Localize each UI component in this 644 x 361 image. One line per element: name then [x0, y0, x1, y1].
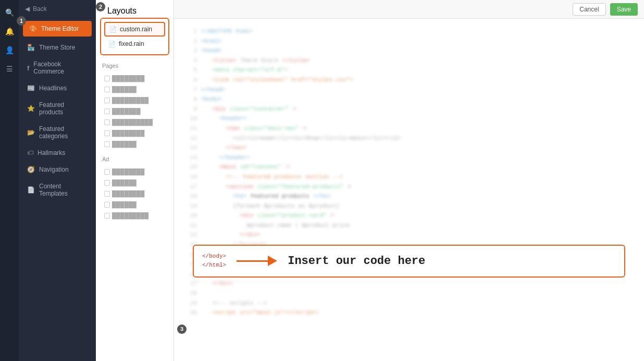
layout-item-label: custom.rain [120, 26, 152, 33]
code-line-body: </body> [202, 252, 226, 261]
sidebar-item-label: Facebook Commerce [33, 61, 88, 75]
back-label: Back [33, 5, 47, 13]
layout-item-fixed-rain[interactable]: 📄 fixed.rain [104, 38, 165, 50]
sidebar-item-headlines[interactable]: 📰 Headlines [21, 80, 94, 96]
content-templates-icon: 📄 [27, 186, 35, 194]
theme-editor-icon: 🎨 [29, 25, 37, 32]
step-3-badge: 3 [177, 324, 187, 334]
annotation-box: </body> </html> Insert our code here [193, 245, 625, 278]
page-checkbox[interactable] [104, 87, 110, 92]
user-icon[interactable]: 👤 [1, 42, 18, 58]
back-arrow-icon: ◀ [25, 5, 30, 13]
sidebar-item-label: Hallmarks [38, 149, 65, 157]
page-item[interactable]: ██████ [100, 139, 169, 149]
code-toolbar: Cancel Save [174, 0, 644, 19]
layout-item-custom-rain[interactable]: 📄 custom.rain [104, 22, 165, 37]
ad-checkbox[interactable] [104, 169, 110, 175]
cancel-button[interactable]: Cancel [573, 3, 605, 16]
ad-checkbox[interactable] [104, 180, 110, 186]
ad-section-title: Ad [100, 156, 169, 162]
ad-item[interactable]: ████████ [100, 188, 169, 199]
ad-item[interactable]: ██████ [100, 199, 169, 210]
sidebar-item-label: Theme Editor [41, 25, 79, 32]
page-checkbox[interactable] [104, 130, 110, 136]
bell-icon[interactable]: 🔔 [1, 23, 18, 40]
layouts-panel-title: Layouts [100, 6, 169, 16]
page-item[interactable]: █████████ [100, 95, 169, 105]
page-item[interactable]: ████████ [100, 73, 169, 83]
step-2-badge: 2 [96, 2, 105, 11]
layout-item-label: fixed.rain [119, 40, 144, 47]
navigation-icon: 🧭 [27, 166, 35, 173]
step-1-badge: 1 [17, 16, 26, 26]
save-button[interactable]: Save [610, 3, 638, 16]
code-content: 1<!DOCTYPE html> 2<html> 3<head> 4 <titl… [174, 19, 644, 361]
sidebar-item-label: Content Templates [39, 183, 88, 197]
code-editor[interactable]: 1<!DOCTYPE html> 2<html> 3<head> 4 <titl… [174, 19, 644, 361]
annotation-arrow [237, 256, 277, 266]
sidebar-item-label: Navigation [39, 166, 69, 173]
sidebar-item-label: Theme Store [39, 44, 75, 51]
featured-products-icon: ⭐ [27, 105, 35, 112]
annotation-text: Insert our code here [288, 255, 425, 268]
nav-sidebar: ◀ Back 1 🎨 Theme Editor 🏪 Theme Store f … [19, 0, 96, 361]
file-icon-custom: 📄 [109, 26, 117, 33]
layouts-list: 📄 custom.rain 📄 fixed.rain [100, 18, 169, 55]
arrow-line [237, 260, 268, 262]
arrow-head [268, 256, 277, 266]
featured-categories-icon: 📂 [27, 129, 35, 136]
sidebar-item-facebook-commerce[interactable]: f Facebook Commerce [21, 56, 94, 79]
page-item[interactable]: ██████████ [100, 117, 169, 127]
facebook-icon: f [27, 64, 29, 72]
sidebar-item-theme-store[interactable]: 🏪 Theme Store [21, 40, 94, 55]
ad-items-list: ████████ ██████ ████████ ██████ ████████… [100, 166, 169, 221]
ad-item[interactable]: ██████ [100, 177, 169, 188]
sidebar-item-label: Featured products [39, 101, 88, 116]
ad-checkbox[interactable] [104, 213, 110, 219]
sidebar-item-label: Featured categories [39, 125, 88, 140]
page-checkbox[interactable] [104, 109, 110, 114]
page-checkbox[interactable] [104, 119, 110, 125]
sidebar-item-hallmarks[interactable]: 🏷 Hallmarks [21, 145, 94, 161]
ad-checkbox[interactable] [104, 202, 110, 208]
ad-item[interactable]: ████████ [100, 166, 169, 177]
layouts-panel: 2 Layouts 📄 custom.rain 📄 fixed.rain Pag… [96, 0, 174, 361]
page-item[interactable]: ███████ [100, 106, 169, 116]
file-icon-fixed: 📄 [108, 41, 116, 47]
sidebar-item-navigation[interactable]: 🧭 Navigation [21, 162, 94, 177]
sidebar-item-theme-editor[interactable]: 🎨 Theme Editor [23, 21, 92, 37]
annotation-code-block: </body> </html> [202, 252, 226, 270]
theme-store-icon: 🏪 [27, 44, 35, 51]
pages-section-title: Pages [100, 63, 169, 69]
ad-checkbox[interactable] [104, 191, 110, 197]
sidebar-item-label: Headlines [39, 85, 67, 92]
search-icon[interactable]: 🔍 [1, 4, 18, 21]
sidebar-item-content-templates[interactable]: 📄 Content Templates [21, 178, 94, 201]
sidebar-item-featured-categories[interactable]: 📂 Featured categories [21, 121, 94, 144]
pages-list: ████████ ██████ █████████ ███████ ██████… [100, 73, 169, 150]
hallmarks-icon: 🏷 [27, 149, 33, 157]
page-item[interactable]: ████████ [100, 128, 169, 138]
code-line-html: </html> [202, 261, 226, 270]
menu-icon[interactable]: ☰ [1, 61, 18, 77]
page-checkbox[interactable] [104, 76, 110, 81]
page-checkbox[interactable] [104, 98, 110, 103]
headlines-icon: 📰 [27, 85, 35, 92]
back-button[interactable]: ◀ Back [19, 0, 96, 18]
code-editor-area: Cancel Save 1<!DOCTYPE html> 2<html> 3<h… [174, 0, 644, 361]
sidebar-item-featured-products[interactable]: ⭐ Featured products [21, 97, 94, 120]
ad-item[interactable]: █████████ [100, 210, 169, 221]
page-item[interactable]: ██████ [100, 84, 169, 94]
icon-sidebar: 🔍 🔔 👤 ☰ [0, 0, 19, 361]
page-checkbox[interactable] [104, 141, 110, 147]
